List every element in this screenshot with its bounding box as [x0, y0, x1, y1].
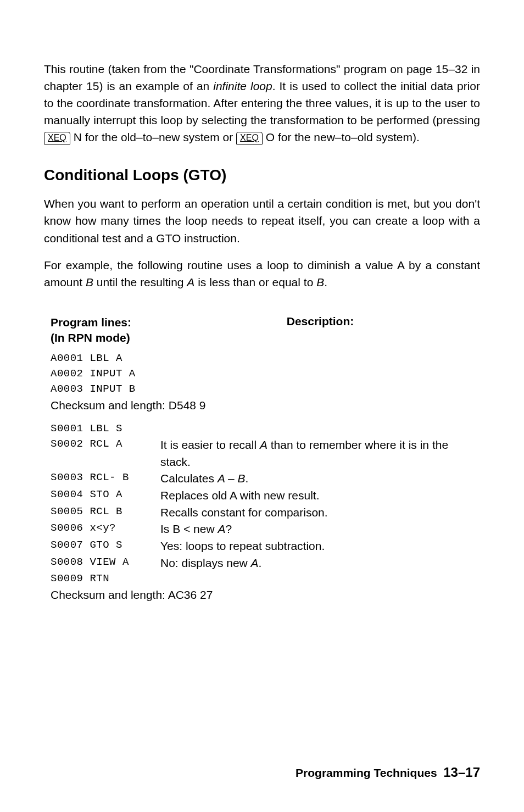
p2-var-b2: B — [316, 276, 324, 288]
code-a0003: A0003 INPUT B — [51, 382, 160, 397]
code-s0002: S0002 RCL A — [51, 437, 160, 452]
desc-s0003: Calculates A – B. — [160, 470, 480, 487]
desc-text: Calculates — [160, 472, 218, 485]
section-heading: Conditional Loops (GTO) — [44, 166, 480, 184]
checksum-a: Checksum and length: D548 9 — [51, 397, 480, 414]
desc-s0007: Yes: loops to repeat subtraction. — [160, 538, 480, 555]
footer-section: Programming Techniques — [296, 766, 437, 779]
desc-text: . — [245, 472, 248, 485]
desc-var: A — [260, 438, 267, 451]
code-a0001: A0001 LBL A — [51, 351, 160, 366]
footer-page-number: 13–17 — [443, 765, 480, 780]
intro-text-4: O for the new–to–old system). — [263, 131, 420, 143]
gto-paragraph-1: When you want to perform an operation un… — [44, 195, 480, 246]
desc-text: No: displays new — [160, 557, 251, 569]
desc-text: . — [259, 557, 262, 569]
desc-var: A – B — [218, 472, 246, 485]
th-program-lines: Program lines: (In RPN mode) — [51, 315, 160, 346]
p2-text-e: is less than or equal to — [194, 276, 316, 288]
th-description: Description: — [160, 315, 480, 346]
table-row: A0001 LBL A — [51, 351, 480, 366]
page-footer: Programming Techniques 13–17 — [296, 765, 480, 780]
desc-s0005: Recalls constant for comparison. — [160, 504, 480, 521]
table-row: S0007 GTO S Yes: loops to repeat subtrac… — [51, 538, 480, 555]
table-row: S0006 x<y? Is B < new A? — [51, 521, 480, 538]
p2-var-a: A — [187, 276, 194, 288]
table-row: A0003 INPUT B — [51, 382, 480, 397]
th-left-line1: Program lines: — [51, 316, 131, 329]
desc-text: ? — [225, 522, 232, 535]
code-s0001: S0001 LBL S — [51, 421, 160, 437]
table-row: S0002 RCL A It is easier to recall A tha… — [51, 437, 480, 470]
table-row: S0003 RCL- B Calculates A – B. — [51, 470, 480, 487]
checksum-s: Checksum and length: AC36 27 — [51, 587, 480, 604]
code-s0004: S0004 STO A — [51, 487, 160, 503]
desc-var: A — [251, 557, 259, 569]
gto-paragraph-2: For example, the following routine uses … — [44, 257, 480, 291]
desc-var: A — [218, 522, 225, 535]
desc-text: Is B < new — [160, 522, 218, 535]
table-row: S0005 RCL B Recalls constant for compari… — [51, 504, 480, 521]
table-row: S0004 STO A Replaces old A with new resu… — [51, 487, 480, 504]
xeq-key-2: XEQ — [236, 132, 263, 144]
intro-text-3: N for the old–to–new system or — [70, 131, 236, 143]
desc-s0006: Is B < new A? — [160, 521, 480, 538]
p2-var-b: B — [86, 276, 93, 288]
table-row: S0009 RTN — [51, 571, 480, 587]
table-row: S0001 LBL S — [51, 421, 480, 437]
code-s0007: S0007 GTO S — [51, 538, 160, 553]
code-s0003: S0003 RCL- B — [51, 470, 160, 486]
code-s0008: S0008 VIEW A — [51, 555, 160, 570]
table-header-row: Program lines: (In RPN mode) Description… — [51, 315, 480, 346]
code-s0009: S0009 RTN — [51, 571, 160, 587]
p2-text-c: until the resulting — [93, 276, 187, 288]
desc-s0004: Replaces old A with new result. — [160, 487, 480, 504]
code-s0006: S0006 x<y? — [51, 521, 160, 536]
th-left-line2: (In RPN mode) — [51, 331, 130, 344]
intro-paragraph: This routine (taken from the "Coordinate… — [44, 60, 480, 146]
code-s0005: S0005 RCL B — [51, 504, 160, 520]
desc-s0008: No: displays new A. — [160, 555, 480, 572]
table-row: S0008 VIEW A No: displays new A. — [51, 555, 480, 572]
desc-text: It is easier to recall — [160, 438, 260, 451]
desc-s0002: It is easier to recall A than to remembe… — [160, 437, 480, 470]
p2-text-g: . — [324, 276, 327, 288]
xeq-key-1: XEQ — [44, 132, 70, 144]
table-row: A0002 INPUT A — [51, 366, 480, 382]
infinite-loop-term: infinite loop — [213, 80, 272, 92]
code-a0002: A0002 INPUT A — [51, 366, 160, 382]
program-table: Program lines: (In RPN mode) Description… — [44, 315, 480, 604]
